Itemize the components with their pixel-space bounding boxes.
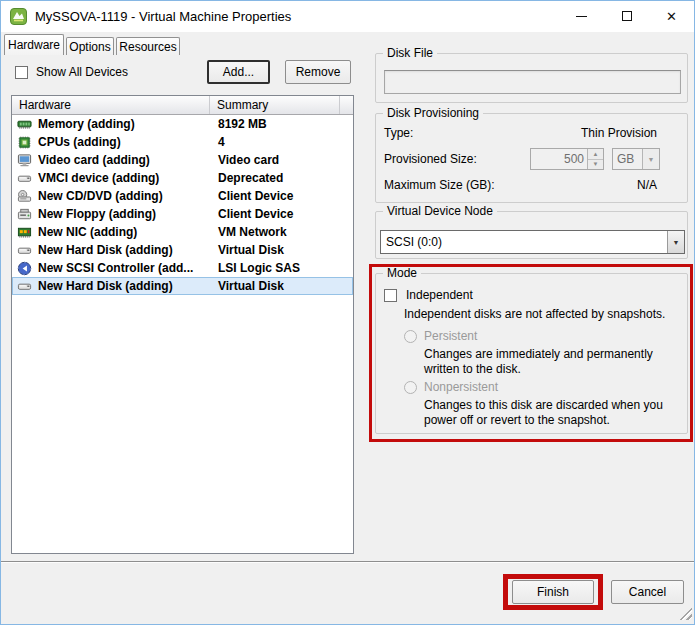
radio-icon bbox=[404, 330, 417, 343]
hard-disk-icon bbox=[12, 243, 38, 258]
independent-checkbox[interactable]: Independent bbox=[384, 288, 473, 302]
device-name: CPUs (adding) bbox=[38, 135, 210, 149]
table-row[interactable]: Memory (adding)8192 MB bbox=[12, 115, 353, 133]
device-name: Video card (adding) bbox=[38, 153, 210, 167]
independent-description: Independent disks are not affected by sn… bbox=[404, 307, 674, 322]
device-name: New Hard Disk (adding) bbox=[38, 279, 210, 293]
device-name: New Hard Disk (adding) bbox=[38, 243, 210, 257]
device-summary: Deprecated bbox=[210, 171, 353, 185]
device-summary: Virtual Disk bbox=[210, 243, 353, 257]
hardware-table-body: Memory (adding)8192 MBCPUs (adding)4Vide… bbox=[12, 115, 353, 295]
mode-group: Mode Independent Independent disks are n… bbox=[375, 273, 688, 434]
device-name: New SCSI Controller (add... bbox=[38, 261, 210, 275]
provisioned-size-value: 500 bbox=[531, 149, 587, 169]
device-summary: 8192 MB bbox=[210, 117, 353, 131]
type-value: Thin Provision bbox=[581, 126, 657, 140]
show-all-devices-label: Show All Devices bbox=[36, 65, 128, 79]
maximize-icon bbox=[622, 11, 632, 21]
nonpersistent-label: Nonpersistent bbox=[424, 380, 498, 394]
virtual-device-node-value: SCSI (0:0) bbox=[381, 231, 667, 253]
maximum-size-value: N/A bbox=[637, 178, 657, 192]
tab-resources[interactable]: Resources bbox=[116, 37, 180, 55]
tab-options[interactable]: Options bbox=[66, 37, 114, 55]
hardware-list-header: Hardware Summary bbox=[12, 96, 353, 115]
table-row[interactable]: New SCSI Controller (add...LSI Logic SAS bbox=[12, 259, 353, 277]
unit-dropdown: GB ▼ bbox=[612, 148, 660, 170]
mode-group-title: Mode bbox=[383, 266, 421, 280]
vmware-app-icon bbox=[10, 8, 27, 25]
table-row[interactable]: New Hard Disk (adding)Virtual Disk bbox=[12, 277, 353, 295]
device-summary: VM Network bbox=[210, 225, 353, 239]
virtual-device-node-group: Virtual Device Node SCSI (0:0) ▼ bbox=[375, 211, 688, 259]
minimize-button[interactable] bbox=[559, 1, 604, 31]
radio-icon bbox=[404, 381, 417, 394]
disk-provisioning-group-title: Disk Provisioning bbox=[383, 106, 483, 120]
disk-file-group-title: Disk File bbox=[383, 46, 437, 60]
video-card-icon bbox=[12, 153, 38, 168]
nonpersistent-description: Changes to this disk are discarded when … bbox=[424, 398, 686, 428]
chevron-down-icon: ▼ bbox=[667, 231, 684, 253]
disk-provisioning-group: Disk Provisioning Type: Thin Provision P… bbox=[375, 113, 688, 203]
maximize-button[interactable] bbox=[604, 1, 649, 31]
hardware-list: Hardware Summary Memory (adding)8192 MBC… bbox=[11, 95, 354, 554]
device-name: Memory (adding) bbox=[38, 117, 210, 131]
header-hardware[interactable]: Hardware bbox=[12, 96, 210, 114]
close-button[interactable]: ✕ bbox=[649, 1, 694, 31]
provisioned-size-stepper: 500 ▲ ▼ bbox=[530, 148, 604, 170]
device-summary: Virtual Disk bbox=[210, 279, 353, 293]
floppy-icon bbox=[12, 207, 38, 222]
disk-file-group: Disk File bbox=[375, 53, 688, 103]
close-icon: ✕ bbox=[666, 10, 677, 23]
virtual-device-node-dropdown[interactable]: SCSI (0:0) ▼ bbox=[380, 230, 685, 254]
cpu-icon bbox=[12, 135, 38, 150]
checkbox-icon bbox=[384, 289, 397, 302]
chevron-down-icon: ▼ bbox=[642, 149, 659, 169]
table-row[interactable]: New Floppy (adding)Client Device bbox=[12, 205, 353, 223]
stepper-up-icon: ▲ bbox=[588, 149, 603, 160]
finish-button[interactable]: Finish bbox=[512, 580, 594, 604]
footer-separator bbox=[1, 561, 695, 563]
table-row[interactable]: CPUs (adding)4 bbox=[12, 133, 353, 151]
table-row[interactable]: New NIC (adding)VM Network bbox=[12, 223, 353, 241]
table-row[interactable]: VMCI device (adding)Deprecated bbox=[12, 169, 353, 187]
header-filler bbox=[340, 96, 353, 114]
table-row[interactable]: Video card (adding)Video card bbox=[12, 151, 353, 169]
maximum-size-label: Maximum Size (GB): bbox=[384, 178, 495, 192]
cd-dvd-icon bbox=[12, 189, 38, 204]
header-summary[interactable]: Summary bbox=[210, 96, 340, 114]
resize-grip[interactable] bbox=[678, 606, 692, 620]
device-summary: 4 bbox=[210, 135, 353, 149]
window-title: MySSOVA-1119 - Virtual Machine Propertie… bbox=[35, 9, 291, 24]
show-all-devices-checkbox[interactable]: Show All Devices bbox=[15, 65, 128, 79]
vm-properties-dialog: MySSOVA-1119 - Virtual Machine Propertie… bbox=[0, 0, 695, 625]
type-label: Type: bbox=[384, 126, 413, 140]
remove-button[interactable]: Remove bbox=[285, 60, 351, 84]
add-button[interactable]: Add... bbox=[207, 60, 270, 84]
device-summary: Client Device bbox=[210, 189, 353, 203]
device-name: New Floppy (adding) bbox=[38, 207, 210, 221]
vmci-device-icon bbox=[12, 171, 38, 186]
device-summary: LSI Logic SAS bbox=[210, 261, 353, 275]
provisioned-size-label: Provisioned Size: bbox=[384, 152, 477, 166]
scsi-controller-icon bbox=[12, 261, 38, 276]
minimize-icon bbox=[576, 16, 587, 17]
memory-icon bbox=[12, 117, 38, 132]
device-name: VMCI device (adding) bbox=[38, 171, 210, 185]
tab-hardware[interactable]: Hardware bbox=[4, 34, 64, 55]
stepper-buttons: ▲ ▼ bbox=[587, 149, 603, 169]
checkbox-icon bbox=[15, 66, 28, 79]
table-row[interactable]: New CD/DVD (adding)Client Device bbox=[12, 187, 353, 205]
nic-icon bbox=[12, 225, 38, 240]
table-row[interactable]: New Hard Disk (adding)Virtual Disk bbox=[12, 241, 353, 259]
device-name: New NIC (adding) bbox=[38, 225, 210, 239]
persistent-description: Changes are immediately and permanently … bbox=[424, 347, 686, 377]
device-summary: Video card bbox=[210, 153, 353, 167]
nonpersistent-radio: Nonpersistent bbox=[404, 380, 498, 394]
stepper-down-icon: ▼ bbox=[588, 160, 603, 170]
unit-value: GB bbox=[613, 149, 642, 169]
cancel-button[interactable]: Cancel bbox=[611, 580, 684, 604]
title-bar: MySSOVA-1119 - Virtual Machine Propertie… bbox=[1, 1, 694, 32]
persistent-label: Persistent bbox=[424, 329, 477, 343]
hard-disk-icon bbox=[12, 279, 38, 294]
device-name: New CD/DVD (adding) bbox=[38, 189, 210, 203]
